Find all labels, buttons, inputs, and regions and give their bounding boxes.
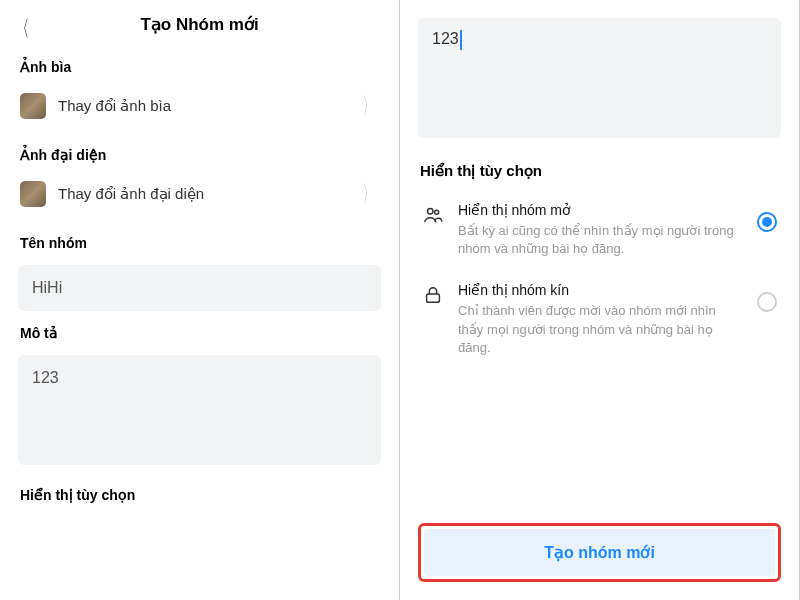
avatar-label: Ảnh đại diện bbox=[0, 133, 399, 171]
chevron-right-icon: 〉 bbox=[363, 91, 374, 121]
create-button[interactable]: Tạo nhóm mới bbox=[424, 529, 775, 576]
radio-closed[interactable] bbox=[757, 292, 777, 312]
display-label-right: Hiển thị tùy chọn bbox=[400, 138, 799, 188]
option-closed-body: Hiển thị nhóm kín Chỉ thành viên được mờ… bbox=[458, 282, 743, 357]
desc-label: Mô tả bbox=[0, 311, 399, 349]
text-cursor-icon bbox=[460, 30, 462, 50]
desc-value-right: 123 bbox=[432, 30, 459, 47]
cover-label: Ảnh bìa bbox=[0, 45, 399, 83]
display-label-left: Hiển thị tùy chọn bbox=[0, 465, 399, 511]
lock-icon bbox=[422, 284, 444, 306]
avatar-thumb-icon bbox=[20, 181, 46, 207]
desc-value: 123 bbox=[32, 369, 59, 386]
option-open-body: Hiển thị nhóm mở Bất kỳ ai cũng có thể n… bbox=[458, 202, 743, 258]
avatar-action-text: Thay đổi ảnh đại diện bbox=[58, 185, 345, 203]
option-open-title: Hiển thị nhóm mở bbox=[458, 202, 743, 218]
create-button-highlight: Tạo nhóm mới bbox=[418, 523, 781, 582]
option-closed[interactable]: Hiển thị nhóm kín Chỉ thành viên được mờ… bbox=[400, 268, 799, 367]
radio-open[interactable] bbox=[757, 212, 777, 232]
cover-action-text: Thay đổi ảnh bìa bbox=[58, 97, 345, 115]
group-open-icon bbox=[422, 204, 444, 226]
name-input[interactable]: HiHi bbox=[18, 265, 381, 311]
desc-input-right[interactable]: 123 bbox=[418, 18, 781, 138]
option-closed-sub: Chỉ thành viên được mời vào nhóm mới nhì… bbox=[458, 302, 743, 357]
right-pane: 123 Hiển thị tùy chọn Hiển thị nhóm mở B… bbox=[400, 0, 800, 600]
option-open[interactable]: Hiển thị nhóm mở Bất kỳ ai cũng có thể n… bbox=[400, 188, 799, 268]
svg-rect-2 bbox=[427, 294, 440, 302]
desc-input[interactable]: 123 bbox=[18, 355, 381, 465]
name-label: Tên nhóm bbox=[0, 221, 399, 259]
avatar-row[interactable]: Thay đổi ảnh đại diện 〉 bbox=[0, 171, 399, 221]
page-title: Tạo Nhóm mới bbox=[16, 14, 383, 35]
option-closed-title: Hiển thị nhóm kín bbox=[458, 282, 743, 298]
svg-point-0 bbox=[428, 209, 434, 215]
left-pane: 〈 Tạo Nhóm mới Ảnh bìa Thay đổi ảnh bìa … bbox=[0, 0, 400, 600]
header: 〈 Tạo Nhóm mới bbox=[0, 0, 399, 45]
svg-point-1 bbox=[435, 210, 439, 214]
back-icon[interactable]: 〈 bbox=[16, 14, 29, 44]
cover-thumb-icon bbox=[20, 93, 46, 119]
cover-row[interactable]: Thay đổi ảnh bìa 〉 bbox=[0, 83, 399, 133]
name-value: HiHi bbox=[32, 279, 62, 296]
chevron-right-icon: 〉 bbox=[363, 179, 374, 209]
option-open-sub: Bất kỳ ai cũng có thể nhìn thấy mọi ngườ… bbox=[458, 222, 743, 258]
